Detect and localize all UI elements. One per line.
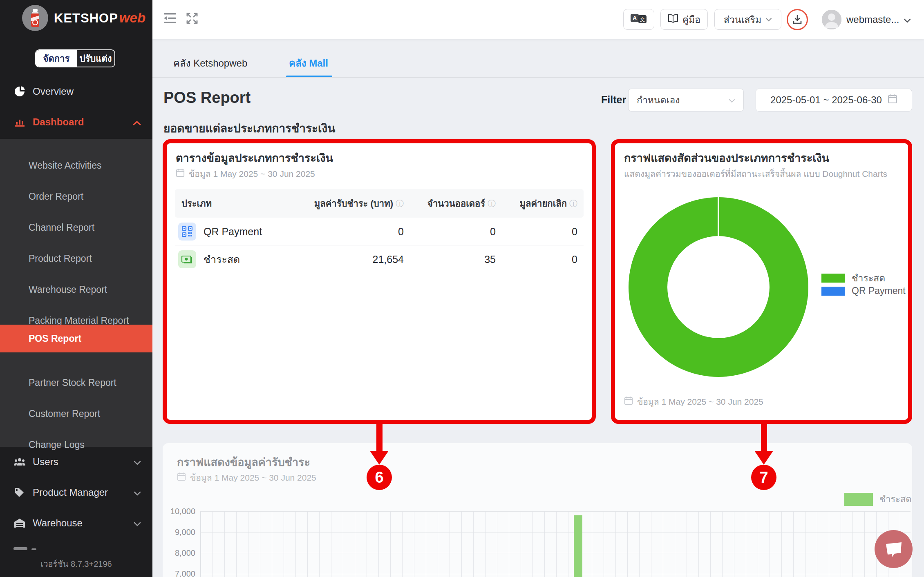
sidebar-item-warehouse-report[interactable]: Warehouse Report	[0, 276, 152, 303]
amount-cell: 21,654	[302, 245, 404, 273]
legend-item-qr[interactable]: QR Payment	[821, 285, 906, 296]
bar-chart-icon	[13, 116, 26, 128]
sidebar-item-product-report[interactable]: Product Report	[0, 245, 152, 272]
filter-label: Filter	[601, 94, 626, 106]
mode-toggle: จัดการ ปรับแต่ง	[35, 49, 115, 67]
addons-dropdown[interactable]: ส่วนเสริม	[714, 9, 781, 30]
doughnut-hole	[667, 236, 770, 338]
users-icon	[13, 456, 26, 468]
cancelled-cell: 0	[504, 245, 577, 273]
brand-name: KETSHOP	[54, 11, 118, 25]
chevron-down-icon	[729, 96, 735, 105]
info-icon[interactable]: ⓘ	[569, 198, 577, 209]
chevron-up-icon	[133, 116, 141, 128]
payment-type-label: QR Payment	[204, 226, 262, 238]
chat-bubble-icon	[884, 541, 903, 558]
y-tick: 7,000	[167, 569, 195, 577]
tab-warehouse-ketshopweb[interactable]: คลัง Ketshopweb	[173, 55, 247, 71]
sidebar-item-dashboard[interactable]: Dashboard	[0, 109, 152, 135]
payment-share-chart-card: กราฟแสดงสัดส่วนของประเภทการชำระเงิน แสดง…	[611, 139, 912, 424]
fullscreen-icon[interactable]	[185, 11, 199, 27]
doughnut-chart[interactable]	[629, 197, 808, 377]
column-header-amount: มูลค่ารับชำระ (บาท)ⓘ	[302, 189, 404, 218]
sidebar: KETSHOPweb จัดการ ปรับแต่ง Overview Dash…	[0, 0, 152, 577]
y-tick: 9,000	[167, 528, 195, 537]
donut-card-title: กราฟแสดงสัดส่วนของประเภทการชำระเงิน	[624, 149, 829, 167]
table-row[interactable]: ชำระสด 21,654 35 0	[175, 245, 584, 273]
orders-cell: 35	[416, 245, 496, 273]
column-header-cancelled: มูลค่ายกเลิกⓘ	[504, 189, 577, 218]
sidebar-item-customer-report[interactable]: Customer Report	[0, 400, 152, 427]
download-button[interactable]	[787, 9, 808, 30]
legend-swatch-green	[821, 274, 845, 283]
column-header-orders: จำนวนออเดอร์ⓘ	[416, 189, 496, 218]
version-label: เวอร์ชัน 8.7.3+2196	[0, 557, 152, 570]
ketchup-bottle-icon	[22, 5, 48, 31]
tab-warehouse-mall[interactable]: คลัง Mall	[289, 55, 328, 71]
manual-button[interactable]: คู่มือ	[660, 9, 708, 30]
pie-chart-icon	[13, 85, 26, 98]
brand-logo[interactable]: KETSHOPweb	[22, 5, 145, 31]
y-tick: 10,000	[167, 507, 195, 516]
tag-icon	[13, 486, 26, 499]
chevron-down-icon[interactable]	[904, 17, 911, 25]
page-title: POS Report	[163, 89, 251, 107]
calendar-icon	[888, 94, 897, 106]
sidebar-item-overview[interactable]: Overview	[0, 78, 152, 105]
chat-button[interactable]	[875, 530, 913, 568]
avatar[interactable]	[822, 10, 841, 29]
section-heading: ยอดขายแต่ละประเภทการชำระเงิน	[163, 119, 335, 137]
payment-type-table-card: ตารางข้อมูลประเภทการชำระเงิน ข้อมูล 1 Ma…	[163, 139, 596, 424]
language-button[interactable]: A 文	[623, 9, 654, 30]
sidebar-collapse-icon[interactable]	[164, 12, 178, 26]
annotation-badge-7: 7	[751, 465, 776, 490]
info-icon[interactable]: ⓘ	[488, 198, 496, 209]
sidebar-item-website-activities[interactable]: Website Activities	[0, 152, 152, 179]
chevron-down-icon	[134, 487, 141, 498]
sidebar-item-warehouse[interactable]: Warehouse	[0, 510, 152, 536]
legend-item-cash[interactable]: ชำระสด	[821, 271, 885, 285]
annotation-arrowhead	[754, 451, 773, 465]
filter-select[interactable]: กำหนดเอง	[628, 89, 744, 111]
dashboard-submenu: Website Activities Order Report Channel …	[0, 139, 152, 447]
svg-text:文: 文	[640, 16, 645, 22]
partial-menu-item	[13, 547, 38, 552]
donut-card-footer: ข้อมูล 1 May 2025 ~ 30 Jun 2025	[624, 395, 763, 408]
bottom-chart-title: กราฟแสดงข้อมูลค่ารับชำระ	[177, 453, 310, 471]
calendar-icon	[624, 396, 633, 407]
sidebar-item-order-report[interactable]: Order Report	[0, 183, 152, 210]
topbar: A 文 คู่มือ ส่วนเสริม	[152, 0, 924, 39]
sidebar-item-channel-report[interactable]: Channel Report	[0, 214, 152, 241]
calendar-icon	[176, 168, 185, 179]
sidebar-item-users[interactable]: Users	[0, 449, 152, 475]
bar-cash[interactable]	[574, 515, 582, 577]
info-icon[interactable]: ⓘ	[396, 198, 404, 209]
payment-type-label: ชำระสด	[204, 251, 240, 267]
pos-report-screen: KETSHOPweb จัดการ ปรับแต่ง Overview Dash…	[0, 0, 924, 577]
date-range-picker[interactable]: 2025-05-01 ~ 2025-06-30	[756, 89, 912, 111]
bar-chart-grid[interactable]	[200, 511, 911, 577]
mode-manage-button[interactable]: จัดการ	[36, 50, 77, 67]
sidebar-item-partner-stock-report[interactable]: Partner Stock Report	[0, 369, 152, 396]
mode-customize-button[interactable]: ปรับแต่ง	[77, 50, 114, 67]
svg-text:A: A	[633, 15, 637, 21]
bottom-chart-subtitle: ข้อมูล 1 May 2025 ~ 30 Jun 2025	[177, 471, 316, 484]
annotation-badge-6: 6	[367, 465, 392, 490]
annotation-arrow	[376, 422, 383, 452]
chevron-down-icon	[134, 456, 141, 468]
book-icon	[668, 14, 678, 25]
brand-name-accent: web	[119, 10, 145, 25]
bottom-chart-legend[interactable]: ชำระสด	[844, 492, 912, 506]
column-header-type: ประเภท	[181, 189, 212, 218]
table-row[interactable]: QR Payment 0 0 0	[175, 218, 584, 245]
tabs-divider	[152, 77, 924, 78]
active-tab-underline	[286, 76, 332, 77]
sidebar-item-product-manager[interactable]: Product Manager	[0, 479, 152, 506]
chevron-down-icon	[765, 18, 772, 22]
download-icon	[792, 15, 802, 25]
donut-card-subtitle: แสดงมูลค่ารวมของออเดอร์ที่มีสถานะเสร็จสิ…	[624, 167, 887, 180]
orders-cell: 0	[416, 218, 496, 245]
annotation-arrowhead	[370, 451, 389, 465]
sidebar-item-pos-report[interactable]: POS Report	[0, 325, 152, 352]
cash-icon	[178, 250, 196, 268]
